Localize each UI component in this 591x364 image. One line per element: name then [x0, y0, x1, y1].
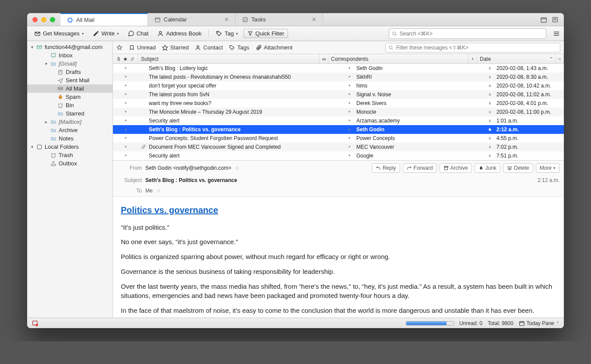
thread-dot: • — [345, 109, 354, 115]
minimize-window-button[interactable] — [41, 17, 46, 22]
get-messages-button[interactable]: Get Messages ▾ — [31, 29, 88, 38]
hot-icon — [485, 127, 494, 132]
svg-rect-28 — [444, 167, 447, 170]
local-folders-row[interactable]: ▾ Local Folders — [27, 143, 113, 151]
to-value: Me — [145, 188, 153, 194]
write-button[interactable]: Write ▾ — [89, 29, 123, 38]
filter-contact[interactable]: Contact — [195, 44, 223, 51]
col-thread[interactable]: ∞ — [320, 54, 328, 63]
today-pane-toggle[interactable]: Today Pane⌃ — [519, 320, 559, 326]
message-row[interactable]: • The latest posts from SvN • Signal v. … — [113, 90, 564, 99]
thread-dot: • — [345, 135, 354, 141]
message-from: Derek Sivers — [354, 100, 485, 106]
message-from: hims — [354, 83, 485, 89]
message-row[interactable]: • The Monocle Minute – Thursday 29 Augus… — [113, 108, 564, 116]
message-row[interactable]: • Security alert • Google 7:51 p.m. — [113, 151, 564, 160]
message-filter-input[interactable] — [385, 43, 560, 52]
sidebar-item--mailbox-[interactable]: ▸ [Mailbox] — [27, 118, 113, 126]
message-list[interactable]: • Seth's Blog : Lottery logic • Seth God… — [113, 64, 564, 160]
message-row[interactable]: • Document From MEC Vancouver Signed and… — [113, 143, 564, 151]
tasks-icon[interactable] — [552, 16, 559, 23]
message-row[interactable]: • Security alert • Arzamas.academy 1:01 … — [113, 116, 564, 125]
message-subject: Seth's Blog : Politics vs. governance — [146, 126, 345, 133]
tab-all-mail[interactable]: All Mail — [60, 13, 148, 26]
message-from: Seth Godin — [354, 65, 485, 71]
chat-label: Chat — [137, 30, 148, 37]
hot-icon — [485, 75, 494, 79]
account-row[interactable]: ▾ function44@gmail.com — [27, 43, 113, 51]
svg-rect-25 — [559, 58, 560, 60]
message-row[interactable]: • Seth's Blog : Politics vs. governance … — [113, 125, 564, 134]
chat-button[interactable]: Chat — [124, 29, 152, 38]
filter-tags[interactable]: Tags — [229, 44, 249, 51]
sidebar-item-trash[interactable]: Trash — [27, 151, 113, 159]
message-date: 7:02 p.m. — [494, 144, 564, 150]
sidebar-item-spam[interactable]: Spam — [27, 93, 113, 101]
address-book-button[interactable]: Address Book — [154, 29, 205, 38]
star-contact-icon[interactable]: ☆ — [235, 165, 239, 171]
close-window-button[interactable] — [32, 17, 38, 22]
sidebar-item-inbox[interactable]: Inbox — [27, 51, 113, 60]
hot-icon — [485, 84, 494, 88]
sidebar-item-sent-mail[interactable]: Sent Mail — [27, 76, 113, 84]
close-tab-icon[interactable]: ✕ — [224, 16, 229, 23]
col-picker[interactable] — [556, 54, 564, 63]
message-row[interactable]: • The latest posts - Revolutionary in On… — [113, 73, 564, 81]
filter-starred[interactable]: Starred — [162, 44, 189, 51]
app-menu-button[interactable] — [552, 30, 560, 38]
message-row[interactable]: • Power Concepts: Student Forgotten Pass… — [113, 134, 564, 143]
col-date[interactable]: Date⌃ — [477, 54, 556, 63]
close-tab-icon[interactable]: ✕ — [312, 16, 317, 23]
message-from: SikhRI — [354, 74, 485, 80]
activity-icon[interactable] — [32, 320, 39, 327]
preview-header: From Seth Godin <notify@sethgodin.com> ☆… — [113, 161, 564, 197]
sent-icon — [57, 77, 64, 84]
search-input[interactable] — [389, 28, 546, 39]
message-subject: Security alert — [146, 153, 345, 159]
tag-button[interactable]: Tag ▾ — [212, 29, 242, 38]
message-row[interactable]: • want my three new books? • Derek Siver… — [113, 99, 564, 108]
archive-button[interactable]: Archive — [440, 163, 472, 173]
sidebar-item-all-mail[interactable]: All Mail — [27, 84, 113, 93]
col-correspondents[interactable]: Correspondents — [328, 54, 468, 63]
reply-button[interactable]: Reply — [372, 163, 400, 173]
delete-button[interactable]: Delete — [503, 163, 533, 173]
window-controls — [27, 13, 60, 26]
star-recipient-icon[interactable]: ☆ — [156, 188, 161, 194]
more-button[interactable]: More▾ — [536, 163, 559, 173]
message-date: 2020-02-08, 11:02 a.m. — [494, 91, 564, 98]
tab-tasks[interactable]: Tasks ✕ — [236, 13, 323, 26]
col-hot[interactable] — [468, 54, 477, 63]
sidebar-item-notes[interactable]: Notes — [27, 134, 113, 143]
quick-filter-toggle[interactable]: Quick Filter — [243, 29, 288, 38]
svg-rect-20 — [58, 87, 63, 88]
outbox-icon — [50, 161, 57, 167]
sidebar-item--gmail-[interactable]: ▾ [Gmail] — [27, 60, 113, 68]
article-title-link[interactable]: Politics vs. governance — [121, 205, 218, 215]
pin-icon[interactable] — [116, 45, 123, 51]
global-search[interactable] — [389, 28, 546, 39]
preview-actions: Reply Forward Archive Junk Delete More▾ — [372, 163, 559, 173]
junk-button[interactable]: Junk — [475, 163, 500, 173]
drafts-icon — [57, 69, 64, 75]
sidebar-item-starred[interactable]: Starred — [27, 109, 113, 118]
svg-marker-23 — [162, 45, 168, 50]
attachment-icon — [138, 144, 146, 149]
tab-calendar[interactable]: Calendar ✕ — [148, 13, 236, 26]
sidebar-item-archive[interactable]: Archive — [27, 126, 113, 134]
message-row[interactable]: • Seth's Blog : Lottery logic • Seth God… — [113, 64, 564, 73]
sidebar-item-outbox[interactable]: Outbox — [27, 159, 113, 168]
calendar-icon[interactable] — [540, 16, 547, 23]
hot-icon — [485, 110, 494, 114]
sidebar-item-bin[interactable]: Bin — [27, 101, 113, 109]
sidebar-item-drafts[interactable]: Drafts — [27, 68, 113, 76]
col-subject[interactable]: Subject — [138, 54, 320, 63]
message-row[interactable]: • don't forget your special offer • hims… — [113, 81, 564, 90]
preview-body[interactable]: Politics vs. governance “It’s just polit… — [113, 197, 564, 318]
filter-unread[interactable]: Unread — [129, 44, 156, 51]
zoom-window-button[interactable] — [50, 17, 55, 22]
col-flags[interactable]: ⥮★ — [113, 54, 138, 63]
forward-button[interactable]: Forward — [403, 163, 437, 173]
preview-time: 2:12 a.m. — [538, 177, 559, 183]
filter-attachment[interactable]: Attachment — [256, 44, 293, 51]
